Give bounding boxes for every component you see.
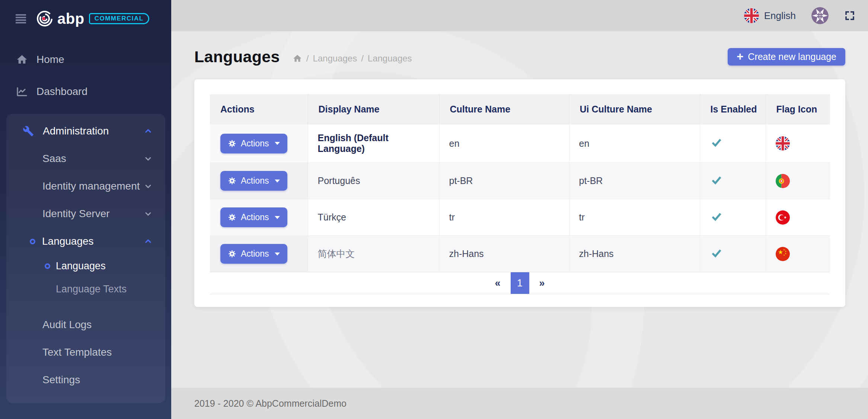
footer: 2019 - 2020 © AbpCommercialDemo: [171, 388, 868, 419]
flag-cell: [766, 199, 830, 236]
sidebar-item-label: Dashboard: [36, 86, 87, 98]
page-title: Languages: [194, 48, 280, 66]
column-header-actions[interactable]: Actions: [210, 94, 308, 124]
sidebar-item-administration[interactable]: Administration: [6, 119, 165, 143]
content: Languages / Languages / Languages + Crea…: [171, 31, 868, 388]
chevron-down-icon: [144, 209, 153, 218]
breadcrumb-separator: /: [361, 53, 364, 64]
abp-logo[interactable]: abp COMMERCIAL: [36, 10, 149, 27]
breadcrumb: / Languages / Languages: [293, 53, 412, 64]
wrench-icon: [22, 126, 35, 137]
sidebar-item-language-texts[interactable]: Language Texts: [6, 279, 165, 299]
culture-name-cell: zh-Hans: [439, 236, 569, 272]
flag-cell: [766, 163, 830, 199]
pagination-prev-button[interactable]: «: [485, 277, 510, 289]
actions-dropdown-button[interactable]: Actions: [220, 207, 287, 227]
avatar-image: [811, 7, 829, 24]
languages-table: Actions Display Name Culture Name Ui Cul…: [210, 94, 830, 272]
is-enabled-cell: [700, 199, 766, 236]
sidebar-item-settings[interactable]: Settings: [6, 368, 165, 392]
menu-toggle-button[interactable]: [15, 13, 27, 25]
check-icon: [710, 211, 723, 222]
create-new-language-button[interactable]: + Create new language: [728, 48, 845, 66]
breadcrumb-link-languages[interactable]: Languages: [313, 53, 357, 64]
ui-culture-name-cell: zh-Hans: [569, 236, 700, 272]
pagination-page-1[interactable]: 1: [511, 272, 529, 294]
breadcrumb-current: Languages: [368, 53, 412, 64]
abp-logo-icon: [36, 10, 53, 27]
sidebar-item-audit-logs[interactable]: Audit Logs: [6, 313, 165, 337]
is-enabled-cell: [700, 163, 766, 199]
sidebar-item-label: Settings: [42, 374, 80, 386]
column-header-ui-culture-name[interactable]: Ui Culture Name: [569, 94, 700, 124]
column-header-display-name[interactable]: Display Name: [308, 94, 439, 124]
pagination: « 1 »: [210, 272, 830, 294]
caret-down-icon: [275, 180, 280, 182]
current-language-label: English: [764, 10, 796, 22]
flag-cell: [766, 124, 830, 163]
language-selector[interactable]: English: [744, 8, 796, 23]
sidebar-item-saas[interactable]: Saas: [6, 147, 165, 171]
sidebar-header: abp COMMERCIAL: [0, 0, 171, 27]
ui-culture-name-cell: tr: [569, 199, 700, 236]
culture-name-cell: en: [439, 124, 569, 163]
actions-label: Actions: [241, 139, 269, 149]
create-new-language-label: Create new language: [748, 51, 836, 62]
gear-icon: [228, 213, 236, 222]
check-icon: [710, 247, 723, 258]
sidebar-item-label: Language Texts: [56, 283, 127, 295]
turkey-flag-icon: [776, 210, 790, 225]
sidebar-item-dashboard[interactable]: Dashboard: [0, 80, 171, 104]
column-header-flag-icon[interactable]: Flag Icon: [766, 94, 830, 124]
gear-icon: [228, 139, 236, 148]
sidebar-item-languages[interactable]: Languages: [6, 229, 165, 253]
table-row: Actions English (Default Language) en en: [210, 124, 830, 163]
sidebar-item-label: Identity Server: [42, 208, 110, 220]
dot-circle-icon: [30, 239, 35, 244]
culture-name-cell: tr: [439, 199, 569, 236]
sidebar-item-label: Languages: [42, 235, 94, 247]
user-avatar[interactable]: [811, 7, 829, 24]
brand-text: abp: [57, 11, 84, 26]
sidebar-item-label: Identity management: [42, 180, 140, 192]
dot-circle-icon: [45, 263, 50, 269]
sidebar-item-label: Text Templates: [42, 346, 112, 358]
fullscreen-button[interactable]: [844, 10, 855, 21]
sidebar-item-text-templates[interactable]: Text Templates: [6, 340, 165, 364]
check-icon: [710, 174, 723, 185]
column-header-is-enabled[interactable]: Is Enabled: [700, 94, 766, 124]
topbar: English: [171, 0, 868, 31]
pagination-next-button[interactable]: »: [529, 277, 555, 289]
home-icon: [16, 54, 28, 66]
actions-dropdown-button[interactable]: Actions: [220, 134, 287, 153]
culture-name-cell: pt-BR: [439, 163, 569, 199]
gear-icon: [228, 250, 236, 258]
dashboard-chart-icon: [16, 86, 28, 98]
fullscreen-icon: [844, 10, 855, 21]
caret-down-icon: [275, 216, 280, 219]
is-enabled-cell: [700, 124, 766, 163]
display-name-cell: 简体中文: [308, 236, 439, 272]
gear-icon: [228, 177, 236, 185]
table-row: Actions 简体中文 zh-Hans zh-Hans: [210, 236, 830, 272]
actions-dropdown-button[interactable]: Actions: [220, 171, 287, 191]
column-header-culture-name[interactable]: Culture Name: [439, 94, 569, 124]
copyright-text: 2019 - 2020 © AbpCommercialDemo: [194, 398, 347, 409]
sidebar: abp COMMERCIAL Home Dashboard: [0, 0, 171, 419]
sidebar-item-label: Home: [36, 54, 64, 66]
united-kingdom-flag-icon: [776, 136, 790, 150]
page-header: Languages / Languages / Languages + Crea…: [194, 48, 845, 66]
sidebar-nav: Home Dashboard Administration: [0, 48, 171, 403]
sidebar-item-identity-management[interactable]: Identity management: [6, 174, 165, 198]
display-name-cell: Português: [308, 163, 439, 199]
ui-culture-name-cell: en: [569, 124, 700, 163]
actions-label: Actions: [241, 249, 269, 259]
chevron-down-icon: [144, 154, 153, 163]
sidebar-item-identity-server[interactable]: Identity Server: [6, 202, 165, 226]
actions-dropdown-button[interactable]: Actions: [220, 244, 287, 264]
sidebar-item-home[interactable]: Home: [0, 48, 171, 72]
is-enabled-cell: [700, 236, 766, 272]
sidebar-item-languages-sub[interactable]: Languages: [6, 255, 165, 276]
caret-down-icon: [275, 142, 280, 145]
brand-badge: COMMERCIAL: [89, 13, 149, 24]
